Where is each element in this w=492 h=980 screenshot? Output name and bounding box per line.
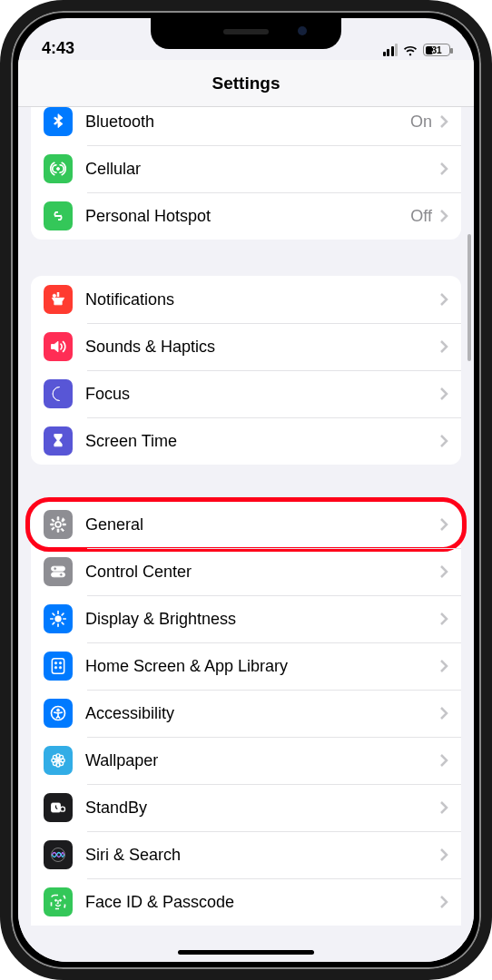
battery-percent: 31 xyxy=(424,45,449,55)
settings-scrollview[interactable]: Bluetooth On Cellular Personal Hotspot O… xyxy=(18,107,474,962)
chevron-right-icon xyxy=(439,848,448,862)
row-value: Off xyxy=(410,207,432,226)
wifi-icon xyxy=(402,42,418,58)
bluetooth-icon xyxy=(44,107,73,136)
clock-icon xyxy=(44,793,73,822)
status-time: 4:43 xyxy=(42,39,74,58)
gear-icon xyxy=(44,510,73,539)
settings-row-general[interactable]: General xyxy=(31,501,461,548)
battery-icon: 31 xyxy=(423,44,450,56)
hourglass-icon xyxy=(44,426,73,456)
chevron-right-icon xyxy=(439,162,448,176)
settings-row-accessibility[interactable]: Accessibility xyxy=(31,690,461,737)
settings-row-standby[interactable]: StandBy xyxy=(31,784,461,831)
row-label: Control Center xyxy=(85,563,439,582)
settings-row-siri[interactable]: Siri & Search xyxy=(31,831,461,878)
settings-row-focus[interactable]: Focus xyxy=(31,370,461,417)
scroll-indicator xyxy=(467,234,471,361)
chevron-right-icon xyxy=(439,292,448,307)
siri-icon xyxy=(44,840,73,869)
settings-row-notifications[interactable]: Notifications xyxy=(31,276,461,323)
chevron-right-icon xyxy=(439,387,448,401)
chevron-right-icon xyxy=(439,209,448,223)
bell-icon xyxy=(44,285,73,314)
chevron-right-icon xyxy=(439,612,448,626)
home-indicator[interactable] xyxy=(178,950,314,955)
faceid-icon xyxy=(44,887,73,916)
settings-row-bluetooth[interactable]: Bluetooth On xyxy=(31,107,461,145)
row-label: Bluetooth xyxy=(85,113,410,132)
link-icon xyxy=(44,201,73,230)
row-label: Siri & Search xyxy=(85,846,439,865)
settings-group-alerts: Notifications Sounds & Haptics Focus Scr… xyxy=(31,276,461,465)
flower-icon xyxy=(44,746,73,775)
sun-icon xyxy=(44,604,73,633)
settings-row-hotspot[interactable]: Personal Hotspot Off xyxy=(31,192,461,240)
chevron-right-icon xyxy=(439,895,448,909)
row-label: Wallpaper xyxy=(85,751,439,770)
nav-header: Settings xyxy=(18,60,474,107)
settings-row-homescreen[interactable]: Home Screen & App Library xyxy=(31,642,461,690)
row-label: Accessibility xyxy=(85,704,439,723)
row-label: Personal Hotspot xyxy=(85,207,410,226)
speaker-icon xyxy=(44,332,73,361)
accessibility-icon xyxy=(44,699,73,728)
page-title: Settings xyxy=(212,74,280,93)
chevron-right-icon xyxy=(439,800,448,815)
settings-row-cellular[interactable]: Cellular xyxy=(31,145,461,192)
cell-signal-icon xyxy=(383,44,399,56)
moon-icon xyxy=(44,379,73,408)
chevron-right-icon xyxy=(439,434,448,448)
row-label: Focus xyxy=(85,385,439,404)
settings-group-connectivity: Bluetooth On Cellular Personal Hotspot O… xyxy=(31,107,461,240)
settings-group-system: General Control Center Display & Brightn… xyxy=(31,501,461,926)
settings-row-wallpaper[interactable]: Wallpaper xyxy=(31,737,461,784)
row-label: Display & Brightness xyxy=(85,610,439,629)
chevron-right-icon xyxy=(439,114,448,129)
settings-row-display[interactable]: Display & Brightness xyxy=(31,595,461,642)
row-value: On xyxy=(410,113,432,132)
grid-icon xyxy=(44,652,73,681)
row-label: General xyxy=(85,515,439,534)
notch xyxy=(151,18,341,49)
settings-row-screentime[interactable]: Screen Time xyxy=(31,417,461,465)
row-label: Face ID & Passcode xyxy=(85,893,439,912)
chevron-right-icon xyxy=(439,517,448,532)
row-label: Notifications xyxy=(85,290,439,309)
chevron-right-icon xyxy=(439,659,448,673)
switches-icon xyxy=(44,557,73,586)
chevron-right-icon xyxy=(439,706,448,720)
settings-row-faceid[interactable]: Face ID & Passcode xyxy=(31,878,461,926)
chevron-right-icon xyxy=(439,339,448,354)
row-label: StandBy xyxy=(85,799,439,818)
phone-frame: 4:43 31 Settings Bluetooth On xyxy=(0,0,492,980)
chevron-right-icon xyxy=(439,753,448,768)
row-label: Sounds & Haptics xyxy=(85,338,439,357)
chevron-right-icon xyxy=(439,564,448,579)
row-label: Cellular xyxy=(85,160,439,179)
row-label: Screen Time xyxy=(85,432,439,451)
settings-row-controlcenter[interactable]: Control Center xyxy=(31,548,461,595)
antenna-icon xyxy=(44,154,73,183)
row-label: Home Screen & App Library xyxy=(85,657,439,676)
settings-row-sounds[interactable]: Sounds & Haptics xyxy=(31,323,461,370)
